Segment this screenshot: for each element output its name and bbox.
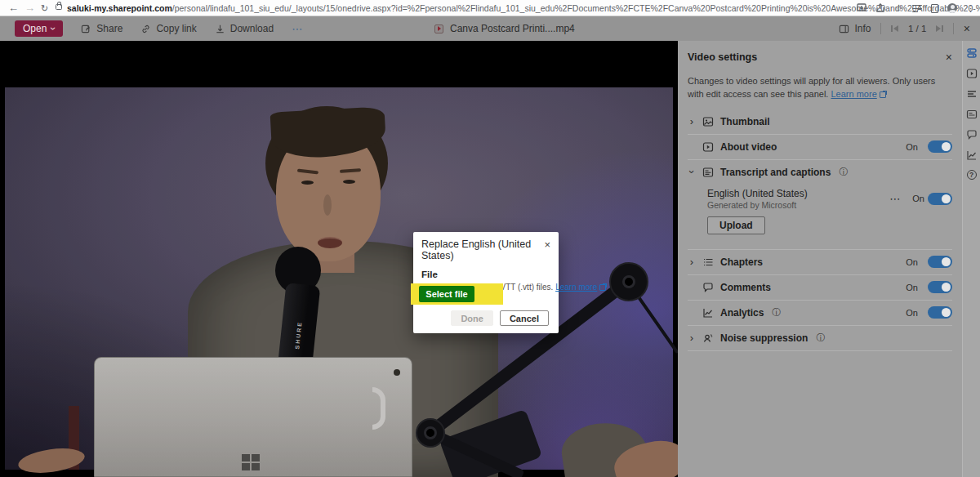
caption-state: On [912, 194, 924, 203]
analytics-state: On [906, 308, 918, 318]
transcript-label: Transcript and captions [720, 167, 831, 178]
comments-label: Comments [720, 282, 771, 293]
select-file-button[interactable]: Select file [419, 286, 474, 302]
upload-button[interactable]: Upload [707, 216, 765, 234]
stream-app: Open › Share Copy link Download ⋯ Canva … [0, 16, 980, 477]
share-icon [81, 24, 91, 34]
download-button[interactable]: Download [215, 23, 274, 34]
previous-item-button[interactable] [891, 25, 898, 32]
share-page-icon[interactable] [875, 3, 885, 13]
open-label: Open [23, 23, 47, 34]
row-transcript[interactable]: › Transcript and captions ⓘ [688, 160, 952, 185]
analytics-toggle[interactable] [928, 306, 952, 319]
panel-learn-more-link[interactable]: Learn more [831, 89, 877, 99]
download-label: Download [230, 23, 274, 34]
external-link-icon [880, 91, 886, 98]
browser-back-icon[interactable]: ← [8, 0, 19, 16]
chapters-icon [702, 256, 714, 268]
bookmark-star-icon[interactable]: ☆ [894, 3, 903, 13]
open-button[interactable]: Open › [15, 20, 63, 37]
browser-reload-icon[interactable]: ↻ [41, 0, 48, 16]
row-analytics[interactable]: › Analytics ⓘ On [688, 301, 952, 325]
comments-tab-icon[interactable] [966, 129, 978, 140]
page-indicator: 1 / 1 [908, 24, 926, 33]
thumbnail-label: Thumbnail [720, 116, 770, 127]
reading-list-icon[interactable] [912, 5, 922, 13]
share-label: Share [96, 23, 122, 34]
file-title: Canva Postcard Printi....mp4 [450, 23, 575, 34]
chapters-toggle[interactable] [928, 256, 952, 268]
dialog-close-icon[interactable]: × [544, 239, 550, 250]
browser-forward-icon[interactable]: → [24, 0, 35, 16]
row-about-video[interactable]: › About video On [688, 135, 952, 159]
panel-title: Video settings [688, 51, 757, 63]
side-panel-icon[interactable] [931, 4, 938, 13]
app-toolbar: Open › Share Copy link Download ⋯ Canva … [0, 16, 980, 41]
video-surface[interactable]: SHURE [0, 41, 678, 477]
noise-suppression-icon [702, 332, 714, 344]
browser-chrome: ← → ↻ saluki-my.sharepoint.com/personal/… [0, 0, 980, 16]
about-video-label: About video [720, 141, 777, 153]
info-button[interactable]: Info [839, 23, 871, 34]
about-video-icon [702, 141, 714, 153]
copy-link-label: Copy link [156, 23, 196, 34]
about-video-tab-icon[interactable] [966, 68, 978, 79]
chevron-right-icon[interactable]: › [688, 332, 696, 344]
chevron-down-icon[interactable]: › [686, 168, 698, 176]
video-settings-tab-icon[interactable] [966, 47, 978, 59]
panel-description-text: Changes to video settings will apply for… [688, 76, 935, 99]
info-panel-icon [839, 24, 849, 34]
transcript-icon [702, 167, 714, 178]
lock-icon [56, 4, 62, 10]
row-comments[interactable]: › Comments On [688, 275, 952, 300]
profile-avatar[interactable] [947, 3, 957, 13]
link-icon [140, 24, 151, 34]
file-section-label: File [421, 270, 550, 279]
info-label: Info [854, 23, 871, 34]
comments-state: On [906, 283, 918, 292]
external-link-icon [599, 284, 606, 291]
address-bar[interactable]: saluki-my.sharepoint.com/personal/lindaf… [67, 0, 980, 16]
row-thumbnail[interactable]: › Thumbnail [688, 109, 952, 134]
about-video-state: On [906, 142, 918, 152]
dialog-title: Replace English (United States) [421, 238, 544, 261]
chevron-right-icon[interactable]: › [688, 256, 696, 268]
more-commands-icon[interactable]: ⋯ [292, 23, 303, 35]
video-settings-panel: Video settings × Changes to video settin… [678, 41, 962, 477]
help-icon[interactable]: ? [967, 170, 977, 180]
replace-captions-dialog: Replace English (United States) × File S… [413, 232, 559, 333]
row-chapters[interactable]: › Chapters On [688, 250, 952, 274]
modal-dim-overlay [0, 41, 678, 477]
close-viewer-icon[interactable]: × [964, 23, 970, 34]
chapters-label: Chapters [720, 256, 763, 268]
share-button[interactable]: Share [81, 23, 122, 34]
copy-link-button[interactable]: Copy link [140, 23, 196, 34]
analytics-label: Analytics [720, 307, 764, 319]
chevron-right-icon[interactable]: › [688, 115, 696, 127]
caption-more-icon[interactable]: ⋯ [889, 193, 901, 205]
transcript-tab-icon[interactable] [966, 109, 978, 120]
chapters-tab-icon[interactable] [966, 88, 978, 100]
noise-info-icon[interactable]: ⓘ [816, 332, 825, 344]
panel-description: Changes to video settings will apply for… [688, 75, 952, 101]
done-button[interactable]: Done [451, 310, 493, 326]
browser-menu-icon[interactable]: ⋮ [966, 3, 975, 13]
chapters-state: On [906, 257, 918, 267]
dialog-learn-more-link[interactable]: Learn more [555, 283, 597, 292]
thumbnail-icon [702, 116, 714, 127]
video-file-icon [434, 25, 443, 33]
caption-language: English (United States) [707, 188, 808, 199]
analytics-tab-icon[interactable] [966, 149, 978, 161]
comments-icon [702, 282, 714, 293]
next-item-button[interactable] [936, 25, 943, 32]
caption-track-row: English (United States) Generated by Mic… [707, 188, 952, 210]
cancel-button[interactable]: Cancel [500, 310, 549, 326]
transcript-info-icon[interactable]: ⓘ [839, 167, 848, 178]
about-video-toggle[interactable] [928, 140, 952, 153]
caption-toggle[interactable] [928, 193, 952, 205]
row-noise-suppression[interactable]: › Noise suppression ⓘ [688, 326, 952, 350]
panel-close-icon[interactable]: × [946, 51, 952, 64]
install-app-icon[interactable] [857, 3, 866, 13]
analytics-info-icon[interactable]: ⓘ [772, 307, 781, 319]
comments-toggle[interactable] [928, 281, 952, 293]
